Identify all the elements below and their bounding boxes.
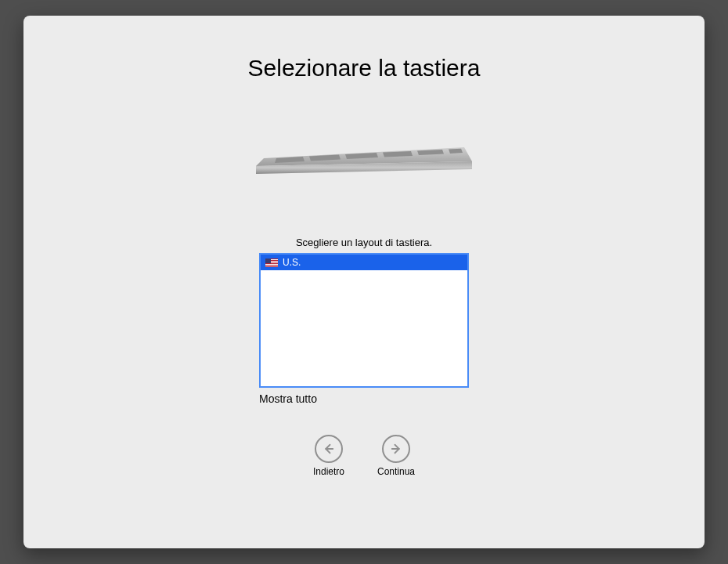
nav-buttons: Indietro Continua [313, 435, 415, 477]
svg-rect-12 [265, 264, 278, 265]
setup-panel: Selezionare la tastiera [23, 16, 705, 548]
arrow-right-icon [382, 435, 410, 463]
continue-button[interactable]: Continua [377, 435, 415, 477]
back-label: Indietro [313, 466, 344, 477]
svg-marker-7 [449, 149, 463, 154]
instruction-text: Scegliere un layout di tastiera. [296, 237, 432, 248]
keyboard-layout-listbox[interactable]: U.S. [259, 253, 469, 388]
flag-us-icon [265, 258, 278, 267]
svg-rect-14 [265, 258, 271, 263]
keyboard-layout-item[interactable]: U.S. [261, 255, 467, 270]
svg-rect-13 [265, 266, 278, 266]
back-button[interactable]: Indietro [313, 435, 344, 477]
keyboard-layout-label: U.S. [283, 257, 301, 268]
page-title: Selezionare la tastiera [248, 55, 481, 81]
continue-label: Continua [377, 466, 415, 477]
show-all-link[interactable]: Mostra tutto [259, 392, 469, 405]
keyboard-illustration [254, 146, 474, 175]
arrow-left-icon [315, 435, 343, 463]
